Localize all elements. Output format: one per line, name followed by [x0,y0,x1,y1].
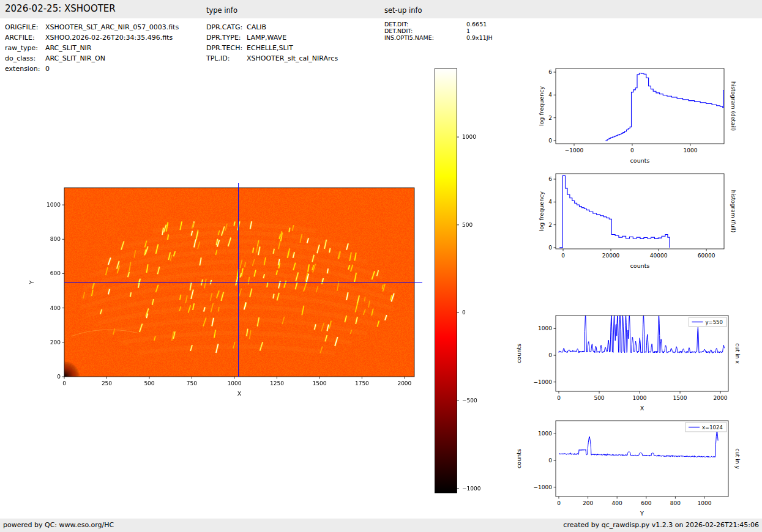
setup-info-block: DET.DIT:0.6651 DET.NDIT:1 INS.OPTI5.NAME… [384,21,493,41]
footer-left-text: powered by QC: www.eso.org/HC [3,521,114,529]
svg-text:1750: 1750 [355,380,369,386]
svg-text:400: 400 [612,500,622,506]
file-info-block: ORIGFILE:XSHOOTER_SLT_ARC_NIR_057_0003.f… [5,22,179,74]
svg-text:1000: 1000 [47,202,61,208]
svg-text:counts: counts [515,344,522,363]
svg-text:60000: 60000 [698,253,715,259]
svg-text:0: 0 [557,500,561,506]
tpl-id-label: TPL.ID: [206,53,247,64]
raw-type-value: ARC_SLIT_NIR [45,44,92,52]
svg-text:counts: counts [630,157,650,164]
tpl-id-row: TPL.ID:XSHOOTER_slt_cal_NIRArcs [206,53,338,64]
histogram_full-svg: 02000040000600000246countslog frequencyh… [514,166,760,276]
svg-text:6: 6 [548,176,552,182]
svg-text:cut in x: cut in x [734,343,741,364]
svg-text:750: 750 [187,380,197,386]
extension-value: 0 [45,65,50,73]
histogram-detail-plot: −1000010000246countslog frequencyhistogr… [514,61,760,171]
do-class-row: do_class:ARC_SLIT_NIR_ON [5,53,179,64]
svg-text:600: 600 [641,500,651,506]
svg-text:0: 0 [548,352,552,358]
svg-text:400: 400 [50,305,61,311]
svg-text:800: 800 [670,500,681,506]
dpr-tech-value: ECHELLE,SLIT [247,44,293,52]
svg-text:histogram (full): histogram (full) [730,190,736,232]
qc-report-page: 2026-02-25: XSHOOTER type info set-up in… [0,0,762,532]
svg-text:X: X [640,405,644,412]
ins-opti5-row: INS.OPTI5.NAME:0.9x11JH [384,34,493,41]
svg-text:250: 250 [102,380,112,386]
arcfile-value: XSHOO.2026-02-26T20:34:35.496.fits [45,34,173,42]
svg-text:1000: 1000 [462,134,476,140]
svg-text:2: 2 [548,222,552,228]
svg-text:1500: 1500 [312,380,326,386]
svg-text:Y: Y [28,280,35,284]
origfile-value: XSHOOTER_SLT_ARC_NIR_057_0003.fits [45,23,179,31]
svg-text:−1000: −1000 [565,147,584,153]
histogram_detail-svg: −1000010000246countslog frequencyhistogr… [514,61,760,171]
do-class-label: do_class: [5,53,45,64]
type-info-heading: type info [206,6,237,15]
svg-text:1000: 1000 [538,430,552,437]
svg-text:x=1024: x=1024 [702,424,723,430]
svg-text:counts: counts [630,262,650,269]
det-ndit-value: 1 [466,28,470,34]
cut_x-svg: 0500100015002000−100001000Xcountscut in … [514,309,760,422]
svg-text:0: 0 [561,253,565,259]
svg-text:500: 500 [594,395,604,401]
ins-opti5-label: INS.OPTI5.NAME: [384,34,466,41]
dpr-catg-row: DPR.CATG:CALIB [206,22,338,32]
svg-text:1000: 1000 [227,380,241,386]
svg-text:Y: Y [640,510,644,517]
do-class-value: ARC_SLIT_NIR_ON [45,54,105,62]
origfile-label: ORIGFILE: [5,22,45,32]
svg-text:0: 0 [62,380,66,386]
arcfile-label: ARCFILE: [5,32,45,43]
svg-text:histogram (detail): histogram (detail) [730,81,736,131]
svg-text:40000: 40000 [650,253,668,259]
det-dit-value: 0.6651 [466,21,487,28]
svg-text:counts: counts [515,449,522,468]
svg-text:y=550: y=550 [706,319,723,325]
svg-text:800: 800 [50,236,61,242]
svg-text:2: 2 [548,115,552,121]
svg-text:200: 200 [583,500,593,506]
svg-text:0: 0 [57,374,61,380]
raw-type-label: raw_type: [5,43,45,53]
svg-text:−1000: −1000 [534,379,553,385]
ins-opti5-value: 0.9x11JH [466,34,493,41]
svg-text:4: 4 [548,199,552,205]
page-title: 2026-02-25: XSHOOTER [5,3,116,14]
svg-text:500: 500 [462,222,473,228]
svg-text:X: X [237,390,242,397]
footer-right-text: created by qc_rawdisp.py v1.2.3 on 2026-… [563,521,759,529]
cut-in-x-plot: 0500100015002000−100001000Xcountscut in … [514,309,760,422]
type-info-block: DPR.CATG:CALIB DPR.TYPE:LAMP,WAVE DPR.TE… [206,22,338,64]
dpr-tech-label: DPR.TECH: [206,43,247,53]
setup-info-heading: set-up info [384,6,422,15]
dpr-type-label: DPR.TYPE: [206,32,247,43]
svg-text:4: 4 [548,92,552,98]
raw-image-plot: 0250500750100012501500175020000200400600… [24,177,453,413]
dpr-catg-label: DPR.CATG: [206,22,247,32]
svg-text:1000: 1000 [698,500,712,506]
det-ndit-row: DET.NDIT:1 [384,28,493,34]
dpr-catg-value: CALIB [247,23,266,31]
cut-in-y-plot: 02004006008001000−100001000Ycountscut in… [514,414,760,527]
det-dit-row: DET.DIT:0.6651 [384,21,493,28]
svg-text:200: 200 [50,339,61,345]
svg-text:−1000: −1000 [534,484,553,490]
dpr-type-value: LAMP,WAVE [247,34,286,42]
colorbar: 10005000−500−1000 [435,67,491,501]
svg-text:1500: 1500 [673,395,687,401]
svg-text:log frequency: log frequency [538,86,545,127]
svg-text:0: 0 [548,245,552,251]
svg-text:1000: 1000 [633,395,647,401]
svg-text:1000: 1000 [538,325,552,331]
arcfile-row: ARCFILE:XSHOO.2026-02-26T20:34:35.496.fi… [5,32,179,43]
svg-text:0: 0 [548,138,552,144]
svg-text:6: 6 [548,69,552,75]
footer-bar: powered by QC: www.eso.org/HC created by… [0,519,762,532]
origfile-row: ORIGFILE:XSHOOTER_SLT_ARC_NIR_057_0003.f… [5,22,179,32]
svg-text:1000: 1000 [683,147,697,153]
